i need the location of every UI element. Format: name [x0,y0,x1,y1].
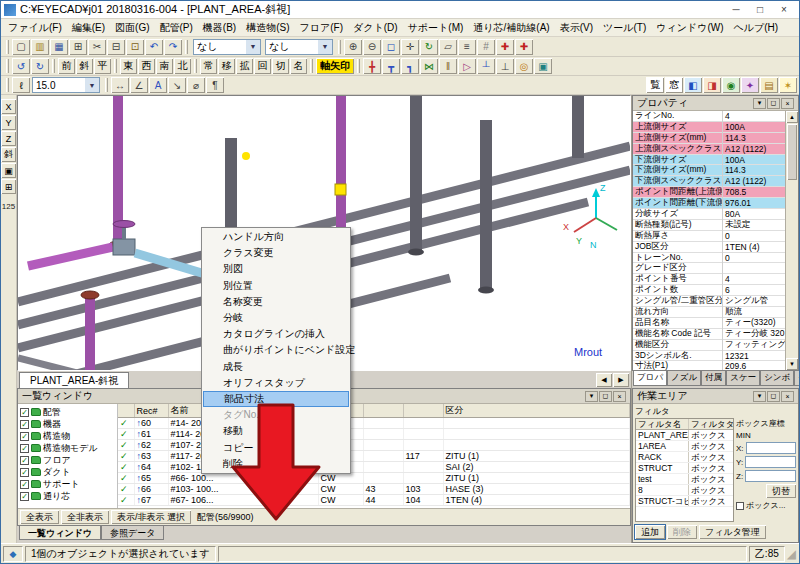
diameter-icon[interactable]: ⌀ [187,77,205,93]
context-menu-item[interactable]: 移動 [203,423,349,439]
copy-icon[interactable]: ⊟ [107,39,125,55]
valve-icon[interactable]: ⋈ [420,58,438,74]
tree-item[interactable]: ✓ ダクト [20,466,115,478]
minimize-button[interactable]: ─ [724,2,748,17]
walkthrough-icon[interactable]: ✦ [741,77,759,93]
context-menu-item[interactable]: タグNo. [203,407,349,423]
paste-icon[interactable]: ⊡ [126,39,144,55]
column-header[interactable]: Rec# [134,404,168,418]
filter-manage-button[interactable]: フィルタ管理 [699,525,766,539]
view-direction-button[interactable]: 平 [94,58,111,74]
insulation-icon[interactable]: ◎ [515,58,533,74]
print-icon[interactable]: ⊞ [69,39,87,55]
properties-tab[interactable]: スケー [726,371,760,386]
context-menu-item[interactable]: 成長 [203,359,349,375]
context-menu-item[interactable]: 別位置 [203,278,349,294]
context-menu-item[interactable]: オリフィスタップ [203,375,349,391]
mode-button[interactable]: 拡 [236,58,253,74]
table-row[interactable]: ✓ ↑66 #103- 100... CW 43 103 HASE (3) [118,484,630,495]
table-row[interactable]: ✓ ↑65 #66- 100... CW ZITU (1) [118,473,630,484]
grid-icon[interactable]: # [477,39,495,55]
tree-item[interactable]: ✓ 構造物 [20,430,115,442]
menu-item[interactable]: ダクト(D) [348,20,403,36]
add-filter-button[interactable]: 追加 [635,525,665,539]
delete-filter-button[interactable]: 削除 [667,525,697,539]
menu-item[interactable]: ファイル(F) [3,20,67,36]
mode-button[interactable]: 切 [272,58,289,74]
column-header[interactable] [118,404,134,418]
column-header[interactable] [363,404,403,418]
filter-row[interactable]: RACK ボックス [636,452,733,463]
row-checkbox[interactable]: ✓ [118,473,134,484]
panel-close-icon[interactable]: × [781,391,794,402]
spec-class-dropdown[interactable]: なし ▼ [193,39,261,55]
zoom-out-icon[interactable]: ⊖ [363,39,381,55]
view-shade-icon[interactable]: ◨ [703,77,721,93]
tab-scroll-right-icon[interactable]: ▶ [613,373,629,387]
view-direction-button[interactable]: 斜 [76,58,93,74]
context-menu-item[interactable]: クラス変更 [203,245,349,261]
menu-item[interactable]: ウィンドウ(W) [651,20,728,36]
dimension-icon[interactable]: ↔ [111,77,129,93]
toolbar-handle[interactable] [194,59,197,73]
save-icon[interactable]: ▦ [50,39,68,55]
list-window-toggle-icon[interactable]: 覧 [646,77,664,93]
properties-tab[interactable]: ノズル [667,371,701,386]
z-input[interactable] [745,470,796,482]
menu-item[interactable]: ヘルプ(H) [729,20,784,36]
toolbar-handle[interactable] [185,40,188,54]
compass-button[interactable]: 北 [174,58,191,74]
context-menu-item[interactable]: 別図 [203,261,349,277]
undo-icon[interactable]: ↶ [145,39,163,55]
properties-tab[interactable]: プロパ [633,371,667,386]
panel-pin-icon[interactable]: ◻ [767,98,780,109]
note-icon[interactable]: ¶ [206,77,224,93]
property-row[interactable]: 寸法(P1) 209.6 [633,361,785,370]
column-header[interactable] [403,404,443,418]
row-checkbox[interactable]: ✓ [118,484,134,495]
maximize-button[interactable]: □ [748,2,772,17]
panel-menu-icon[interactable]: ▾ [753,391,766,402]
list-action-button[interactable]: 全表示 [20,510,59,524]
filter-name-header[interactable]: フィルタ名 [636,419,689,429]
filter-row[interactable]: STRUCT-コピー ボックス [636,496,733,507]
filter-type-header[interactable]: フィルタタイプ [689,419,733,429]
visibility-checkbox[interactable]: ✓ [20,444,29,453]
toolbar-handle[interactable] [338,40,341,54]
tree-item[interactable]: ✓ 配管 [20,406,115,418]
filter-row[interactable]: STRUCT ボックス [636,463,733,474]
support-icon[interactable]: ⊥ [496,58,514,74]
mode-button[interactable]: 常 [200,58,217,74]
context-menu-item[interactable]: カタログラインの挿入 [203,326,349,342]
panel-pin-icon[interactable]: ◻ [599,391,612,402]
camera-icon[interactable]: ◉ [722,77,740,93]
panel-pin-icon[interactable]: ◻ [767,391,780,402]
tree-item[interactable]: ✓ フロア [20,454,115,466]
close-button[interactable]: × [772,2,796,17]
elbow-icon[interactable]: ┓ [401,58,419,74]
visibility-checkbox[interactable]: ✓ [20,468,29,477]
zoom-in-icon[interactable]: ⊕ [344,39,362,55]
toolbar-handle[interactable] [52,59,55,73]
pipe-route-icon[interactable]: ╋ [363,58,381,74]
view-next-icon[interactable]: ↻ [31,58,49,74]
toolbar-handle[interactable] [6,40,9,54]
filter-row[interactable]: PLANT_AREA ボックス [636,430,733,441]
view-z-button[interactable]: Z [1,131,16,146]
pan-icon[interactable]: ✛ [401,39,419,55]
list-action-button[interactable]: 全非表示 [61,510,109,524]
x-input[interactable] [746,442,796,454]
y-input[interactable] [745,456,796,468]
view-iso-button[interactable]: 斜 [1,147,16,162]
viewport-tab[interactable]: PLANT_AREA-斜視 [19,372,129,388]
context-menu-item[interactable]: 分岐 [203,310,349,326]
panel-close-icon[interactable]: × [781,98,794,109]
chevron-down-icon[interactable]: ▼ [318,40,332,54]
mode-button[interactable]: 移 [218,58,235,74]
visibility-checkbox[interactable]: ✓ [20,480,29,489]
visibility-checkbox[interactable]: ✓ [20,420,29,429]
table-row[interactable]: ✓ ↑60 #14- 20... [118,418,630,429]
table-row[interactable]: ✓ ↑61 #114- 20... [118,429,630,440]
properties-tab[interactable]: シンボ [760,371,794,386]
spool-icon[interactable]: ▣ [534,58,552,74]
